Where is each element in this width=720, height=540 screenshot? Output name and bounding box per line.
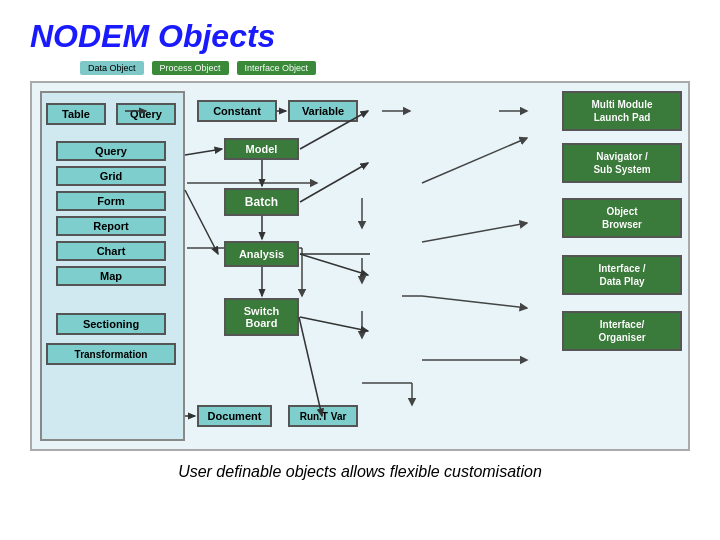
box-runtvar: Run.T Var <box>288 405 358 427</box>
svg-line-15 <box>422 223 527 242</box>
page-title: NODEM Objects <box>0 0 720 61</box>
box-query: Query <box>56 141 166 161</box>
svg-line-22 <box>185 190 218 254</box>
box-query-top: Query <box>116 103 176 125</box>
diagram-container: Table Query Query Grid Form Report Chart <box>30 81 690 451</box>
legend-data: Data Object <box>80 61 144 75</box>
svg-line-16 <box>422 296 527 308</box>
box-switchboard: SwitchBoard <box>224 298 299 336</box>
box-report: Report <box>56 216 166 236</box>
box-transformation: Transformation <box>46 343 176 365</box>
box-batch: Batch <box>224 188 299 216</box>
box-analysis: Analysis <box>224 241 299 267</box>
box-constant: Constant <box>197 100 277 122</box>
legend-process: Process Object <box>152 61 229 75</box>
box-chart: Chart <box>56 241 166 261</box>
box-map: Map <box>56 266 166 286</box>
legend-interface: Interface Object <box>237 61 317 75</box>
box-object-browser: ObjectBrowser <box>562 198 682 238</box>
box-interface-organiser: Interface/Organiser <box>562 311 682 351</box>
diagram-area: Data Object Process Object Interface Obj… <box>30 61 690 481</box>
box-form: Form <box>56 191 166 211</box>
box-multi-module: Multi ModuleLaunch Pad <box>562 91 682 131</box>
box-table: Table <box>46 103 106 125</box>
box-document: Document <box>197 405 272 427</box>
box-interface-data-play: Interface /Data Play <box>562 255 682 295</box>
svg-line-32 <box>300 317 368 331</box>
svg-line-26 <box>299 317 322 416</box>
svg-line-31 <box>300 254 368 275</box>
box-sectioning: Sectioning <box>56 313 166 335</box>
legend-row: Data Object Process Object Interface Obj… <box>30 61 690 75</box>
box-grid: Grid <box>56 166 166 186</box>
box-variable: Variable <box>288 100 358 122</box>
svg-line-14 <box>422 138 527 183</box>
box-model: Model <box>224 138 299 160</box>
svg-line-30 <box>300 163 368 202</box>
bottom-text: User definable objects allows flexible c… <box>30 463 690 481</box>
box-navigator: Navigator /Sub System <box>562 143 682 183</box>
svg-line-21 <box>185 149 222 155</box>
